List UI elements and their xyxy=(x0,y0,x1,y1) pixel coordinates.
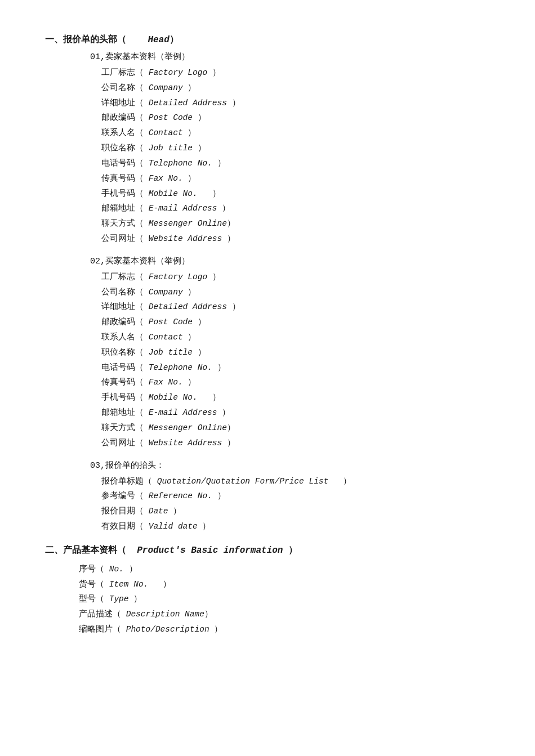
field-postcode-2: 邮政编码（ Post Code ） xyxy=(101,315,490,330)
page-content: 一、报价单的头部（ Head） 01,卖家基本资料（举例） 工厂标志（ Fact… xyxy=(45,34,490,637)
field-reference-no: 参考编号（ Reference No. ） xyxy=(101,489,490,504)
field-messenger-2: 聊天方式（ Messenger Online） xyxy=(101,421,490,436)
field-photo: 缩略图片（ Photo/Description ） xyxy=(79,622,490,637)
field-factory-logo-1: 工厂标志（ Factory Logo ） xyxy=(101,65,490,80)
field-website-1: 公司网址（ Website Address ） xyxy=(101,231,490,247)
field-item-no: 货号（ Item No. ） xyxy=(79,577,490,592)
field-jobtitle-1: 职位名称（ Job title ） xyxy=(101,141,490,156)
subsection-01: 01,卖家基本资料（举例） 工厂标志（ Factory Logo ） 公司名称（… xyxy=(68,51,490,247)
field-address-2: 详细地址（ Detailed Address ） xyxy=(101,299,490,315)
field-type: 型号（ Type ） xyxy=(79,592,490,607)
field-fax-1: 传真号码（ Fax No. ） xyxy=(101,171,490,186)
field-jobtitle-2: 职位名称（ Job title ） xyxy=(101,345,490,360)
subsection-03-fields: 报价单标题（ Quotation/Quotation Form/Price Li… xyxy=(101,474,490,534)
subsection-03: 03,报价单的抬头： 报价单标题（ Quotation/Quotation Fo… xyxy=(68,460,490,534)
field-email-1: 邮箱地址（ E-mail Address ） xyxy=(101,201,490,216)
field-address-1: 详细地址（ Detailed Address ） xyxy=(101,96,490,111)
section-one: 一、报价单的头部（ Head） 01,卖家基本资料（举例） 工厂标志（ Fact… xyxy=(45,34,490,534)
subsection-02-title: 02,买家基本资料（举例） xyxy=(90,256,490,266)
section-two-label-en: Product's Basic information xyxy=(126,545,283,556)
field-valid-date: 有效日期（ Valid date ） xyxy=(101,519,490,534)
field-telephone-2: 电话号码（ Telephone No. ） xyxy=(101,360,490,375)
field-company-1: 公司名称（ Company ） xyxy=(101,80,490,96)
field-fax-2: 传真号码（ Fax No. ） xyxy=(101,375,490,390)
section-two-label-suffix: ） xyxy=(283,545,297,556)
section-two-title: 二、产品基本资料（ Product's Basic information ） xyxy=(45,544,490,556)
field-messenger-1: 聊天方式（ Messenger Online） xyxy=(101,216,490,231)
section-one-label-en: Head xyxy=(126,35,170,45)
field-quotation-title: 报价单标题（ Quotation/Quotation Form/Price Li… xyxy=(101,474,490,489)
subsection-03-title: 03,报价单的抬头： xyxy=(90,460,490,471)
section-one-label-suffix: ） xyxy=(170,35,179,45)
section-two: 二、产品基本资料（ Product's Basic information ） … xyxy=(45,544,490,637)
field-contact-2: 联系人名（ Contact ） xyxy=(101,330,490,345)
field-email-2: 邮箱地址（ E-mail Address ） xyxy=(101,405,490,421)
field-company-2: 公司名称（ Company ） xyxy=(101,285,490,300)
field-no: 序号（ No. ） xyxy=(79,562,490,577)
subsection-02: 02,买家基本资料（举例） 工厂标志（ Factory Logo ） 公司名称（… xyxy=(68,256,490,451)
field-mobile-1: 手机号码（ Mobile No. ） xyxy=(101,186,490,202)
field-factory-logo-2: 工厂标志（ Factory Logo ） xyxy=(101,270,490,285)
subsection-02-fields: 工厂标志（ Factory Logo ） 公司名称（ Company ） 详细地… xyxy=(101,270,490,451)
section-two-label-cn: 二、产品基本资料（ xyxy=(45,545,126,556)
section-two-fields: 序号（ No. ） 货号（ Item No. ） 型号（ Type ） 产品描述… xyxy=(79,562,490,637)
field-website-2: 公司网址（ Website Address ） xyxy=(101,436,490,451)
field-description-name: 产品描述（ Description Name） xyxy=(79,607,490,622)
subsection-01-title: 01,卖家基本资料（举例） xyxy=(90,51,490,62)
field-postcode-1: 邮政编码（ Post Code ） xyxy=(101,110,490,126)
field-contact-1: 联系人名（ Contact ） xyxy=(101,126,490,141)
section-one-title: 一、报价单的头部（ Head） xyxy=(45,34,490,46)
field-mobile-2: 手机号码（ Mobile No. ） xyxy=(101,390,490,405)
field-telephone-1: 电话号码（ Telephone No. ） xyxy=(101,156,490,171)
field-date: 报价日期（ Date ） xyxy=(101,504,490,519)
section-one-label-cn: 一、报价单的头部（ xyxy=(45,35,126,45)
subsection-01-fields: 工厂标志（ Factory Logo ） 公司名称（ Company ） 详细地… xyxy=(101,65,490,247)
